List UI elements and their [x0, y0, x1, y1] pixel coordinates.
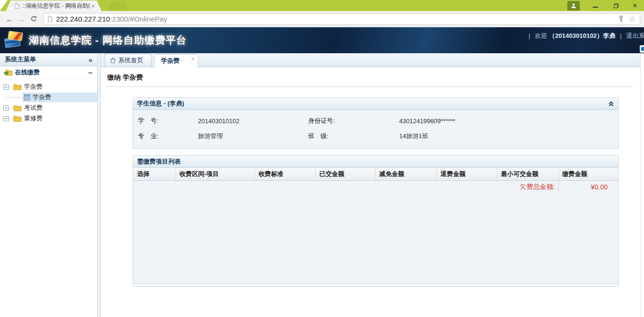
sidebar: 系统主菜单 « 在线缴费 − 学杂费: [0, 53, 97, 317]
close-icon: ×: [632, 1, 637, 10]
field-value: 430124199609******: [399, 117, 618, 125]
minimize-button[interactable]: [586, 0, 604, 11]
bookmark-star-icon[interactable]: ☆: [629, 15, 636, 23]
tree-toggle-icon[interactable]: [3, 116, 9, 121]
fees-panel-header: 需缴费项目列表: [133, 156, 618, 168]
tree-toggle-icon[interactable]: [3, 106, 9, 111]
edge-widget[interactable]: [640, 45, 644, 53]
arrears-total-value: ¥0.00: [558, 180, 618, 193]
page-content: 缴纳 学杂费 学生信息 - (李鼎) 学 号:: [101, 67, 640, 317]
address-bar[interactable]: 222.240.227.210:2300/#OnlinePay ☆: [43, 13, 640, 25]
tree-item-xuezafei-folder[interactable]: 学杂费: [0, 82, 97, 92]
back-button[interactable]: ←: [4, 15, 15, 23]
app-logo: [4, 31, 24, 50]
tree-item-label: 考试费: [24, 104, 43, 112]
field-label: 专 业:: [138, 132, 198, 141]
field-label: 班 级:: [308, 132, 399, 141]
close-window-button[interactable]: ×: [626, 0, 644, 11]
tab-label: 系统首页: [118, 56, 143, 65]
reload-icon: [30, 15, 37, 23]
maximize-button[interactable]: [608, 0, 625, 11]
student-info-header: 学生信息 - (李鼎): [133, 98, 618, 110]
forward-button[interactable]: →: [15, 15, 27, 23]
column-header-min-payable[interactable]: 最小可交金额: [497, 168, 558, 180]
student-info-row: 专 业: 旅游管理 班 级: 14旅游1班: [133, 129, 618, 144]
page-icon: [47, 16, 53, 22]
key-icon[interactable]: [618, 15, 624, 23]
fees-panel-footer: [133, 283, 618, 286]
column-header-amount[interactable]: 缴费金额: [558, 168, 618, 180]
student-info-panel: 学生信息 - (李鼎) 学 号: 201403010102 身份证号: 4301…: [133, 97, 619, 149]
column-header-reduction[interactable]: 减免金额: [375, 168, 437, 180]
app-body: 系统主菜单 « 在线缴费 − 学杂费: [0, 53, 644, 317]
url-text: 222.240.227.210:2300/#OnlinePay: [56, 15, 167, 23]
url-host: 222.240.227.210: [56, 15, 110, 23]
field-label: 身份证号:: [308, 117, 399, 125]
menu-tree: 学杂费 学杂费: [0, 79, 97, 124]
column-header-item[interactable]: 收费区间-项目: [175, 168, 254, 180]
tree-item-kaoshifei[interactable]: 考试费: [0, 103, 97, 113]
browser-tab-strip: ::湖南信息学院 - 网络自助缴费平台 × ×: [0, 0, 644, 11]
tree-item-label: 重修费: [24, 114, 43, 123]
tab-close-icon[interactable]: ×: [191, 56, 195, 62]
collapse-sidebar-icon[interactable]: «: [89, 56, 92, 64]
sidebar-title: 系统主菜单: [5, 55, 36, 64]
sidebar-splitter[interactable]: [97, 53, 101, 317]
arrears-summary-row: 欠费总金额: ¥0.00: [133, 180, 618, 193]
restore-icon: [613, 3, 619, 9]
page-scrollbar[interactable]: [640, 53, 644, 317]
fees-table: 选择 收费区间-项目 收费标准 已交金额 减免金额 退费金额 最小可交金额 缴费…: [133, 168, 618, 193]
tree-toggle-icon[interactable]: [3, 84, 9, 90]
column-header-paid[interactable]: 已交金额: [315, 168, 375, 180]
tab-home[interactable]: 系统首页: [104, 54, 151, 67]
grid-icon: [24, 94, 30, 100]
separator: |: [529, 32, 530, 39]
app-header-banner: 湖南信息学院 - 网络自助缴费平台 | 欢迎 （201403010102）李鼎 …: [0, 27, 644, 53]
column-header-select[interactable]: 选择: [133, 168, 175, 180]
selected-tree-item[interactable]: 学杂费: [23, 93, 97, 102]
browser-tab-title: ::湖南信息学院 - 网络自助缴费平台: [23, 2, 91, 10]
collapse-panel-icon[interactable]: [608, 101, 614, 107]
column-header-standard[interactable]: 收费标准: [254, 168, 315, 180]
new-tab-button[interactable]: [107, 1, 126, 10]
browser-window: ::湖南信息学院 - 网络自助缴费平台 × × ← → 222.240.227.…: [0, 0, 644, 317]
document-icon: [14, 3, 20, 9]
tree-item-xuezafei-leaf[interactable]: 学杂费: [0, 92, 97, 103]
tab-label: 学杂费: [161, 57, 180, 65]
student-info-title: 学生信息 - (李鼎): [137, 99, 184, 108]
url-path: :2300/#OnlinePay: [110, 15, 167, 23]
browser-tab[interactable]: ::湖南信息学院 - 网络自助缴费平台 ×: [6, 0, 102, 11]
tree-item-label: 学杂费: [33, 93, 51, 102]
section-minimize-icon[interactable]: −: [88, 69, 92, 77]
field-value: 14旅游1班: [399, 132, 618, 141]
app-title: 湖南信息学院 - 网络自助缴费平台: [29, 34, 187, 47]
welcome-label: 欢迎: [535, 32, 547, 39]
folder-icon: [13, 105, 22, 111]
tab-xuezafei[interactable]: 学杂费 ×: [154, 54, 198, 67]
browser-toolbar: ← → 222.240.227.210:2300/#OnlinePay ☆: [0, 11, 644, 27]
sidebar-header: 系统主菜单 «: [0, 53, 97, 66]
welcome-bar: | 欢迎 （201403010102）李鼎 | 退出系统: [526, 32, 644, 40]
welcome-user: （201403010102）李鼎: [549, 32, 616, 39]
fees-table-empty-area: [133, 193, 618, 283]
tree-item-label: 学杂费: [24, 82, 43, 91]
home-icon: [110, 58, 116, 63]
sidebar-root-label: 在线缴费: [15, 68, 40, 77]
logout-link[interactable]: 退出系统: [626, 32, 644, 39]
page-title: 缴纳 学杂费: [107, 73, 634, 82]
folder-arrow-icon: [4, 69, 12, 76]
column-header-refund[interactable]: 退费金额: [437, 168, 497, 180]
folder-icon: [13, 84, 22, 90]
field-value: 201403010102: [198, 117, 308, 125]
tab-close-icon[interactable]: ×: [91, 3, 95, 9]
reload-button[interactable]: [28, 15, 39, 23]
tree-item-chongxiufei[interactable]: 重修费: [0, 113, 97, 124]
field-value: 旅游管理: [198, 132, 308, 141]
main-area: 系统首页 学杂费 × 缴纳 学杂费 学生信息 - (李鼎): [101, 53, 640, 317]
sidebar-item-online-pay[interactable]: 在线缴费 −: [0, 66, 97, 79]
fees-panel: 需缴费项目列表 选择 收费区间-项目 收费标准: [133, 155, 619, 287]
student-info-row: 学 号: 201403010102 身份证号: 430124199609****…: [133, 113, 618, 129]
arrears-total-label: 欠费总金额:: [497, 180, 558, 193]
page-tab-bar: 系统首页 学杂费 ×: [101, 53, 640, 67]
profile-button[interactable]: [567, 1, 580, 11]
